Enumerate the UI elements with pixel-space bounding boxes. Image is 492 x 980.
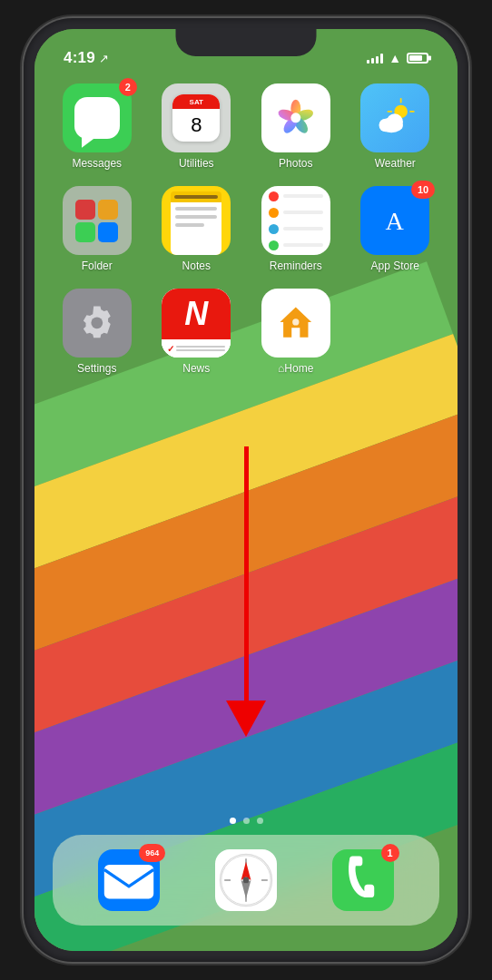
messages-badge: 2 (119, 78, 137, 96)
phone-icon[interactable]: 1 (332, 849, 394, 911)
utilities-icon[interactable]: SAT 8 (162, 83, 231, 152)
dot-2 (243, 818, 250, 824)
arrow-head (226, 701, 266, 737)
photos-svg (275, 97, 317, 139)
home-icon[interactable] (261, 289, 330, 358)
rem-dot-3 (269, 224, 279, 234)
rem-line-1 (283, 194, 323, 198)
settings-svg (76, 302, 118, 344)
svg-point-13 (387, 113, 403, 130)
svg-point-15 (91, 318, 103, 329)
app-utilities[interactable]: SAT 8 Utilities (151, 83, 243, 170)
phone-badge: 1 (381, 844, 399, 862)
app-reminders[interactable]: Reminders (250, 186, 342, 272)
battery-fill (409, 55, 422, 61)
reminders-icon[interactable] (261, 186, 330, 255)
dot-3 (257, 818, 263, 824)
appstore-svg: A (374, 200, 416, 241)
signal-bar-3 (376, 56, 379, 64)
photos-icon[interactable] (261, 83, 330, 152)
news-letter: N (184, 295, 208, 333)
safari-svg (215, 849, 277, 911)
folder-grid (70, 194, 123, 248)
app-folder[interactable]: Folder (51, 186, 143, 272)
safari-icon[interactable] (215, 849, 277, 911)
notes-top-line (174, 195, 218, 199)
home-label: ⌂Home (278, 362, 313, 375)
svg-point-5 (290, 113, 300, 123)
status-icons: ▲ (367, 51, 428, 65)
messages-label: Messages (72, 157, 122, 170)
app-news[interactable]: N ✓ News (151, 289, 243, 375)
folder-label: Folder (82, 260, 113, 272)
rem-line-4 (283, 243, 323, 247)
reminders-list (269, 191, 323, 250)
notes-line-3 (175, 223, 204, 227)
settings-icon[interactable] (63, 289, 132, 358)
mail-badge: 964 (139, 844, 165, 862)
svg-point-16 (292, 318, 299, 325)
news-top: N (162, 289, 231, 339)
svg-rect-17 (104, 865, 153, 898)
folder-app-2 (98, 200, 118, 220)
svg-point-26 (243, 877, 250, 884)
dock-safari[interactable] (215, 849, 277, 911)
screen: 4:19 ↗ ▲ 2 (34, 29, 458, 951)
signal-bar-4 (380, 54, 383, 64)
weather-svg (374, 97, 416, 139)
location-arrow-icon: ↗ (99, 52, 109, 65)
arrow-line (244, 446, 249, 701)
rem-row-4 (269, 240, 323, 250)
cal-header: SAT (172, 94, 220, 109)
cal-month: SAT (190, 98, 203, 106)
battery-icon (407, 53, 428, 64)
page-dots (34, 818, 458, 824)
rem-row-2 (269, 208, 323, 218)
app-photos[interactable]: Photos (250, 83, 342, 170)
dock-mail[interactable]: 964 (98, 849, 160, 911)
photos-label: Photos (279, 157, 312, 170)
weather-icon[interactable] (360, 83, 429, 152)
dock: 964 (53, 835, 439, 926)
news-lines (176, 346, 225, 351)
news-line-2 (176, 349, 225, 351)
news-icon[interactable]: N ✓ (162, 289, 231, 358)
settings-label: Settings (77, 362, 116, 375)
appstore-label: App Store (371, 260, 419, 272)
notes-icon[interactable] (162, 186, 231, 255)
notes-body (171, 202, 221, 255)
rem-dot-1 (269, 191, 279, 201)
folder-app-1 (75, 200, 95, 220)
app-messages[interactable]: 2 Messages (51, 83, 143, 170)
appstore-icon[interactable]: A 10 (360, 186, 429, 255)
app-appstore[interactable]: A 10 App Store (349, 186, 442, 272)
folder-icon[interactable] (63, 186, 132, 255)
svg-text:A: A (386, 207, 405, 235)
signal-bar-1 (367, 60, 369, 64)
app-settings[interactable]: Settings (51, 289, 143, 375)
rem-line-2 (283, 211, 323, 214)
app-weather[interactable]: Weather (349, 83, 442, 170)
app-notes[interactable]: Notes (151, 186, 243, 272)
status-time: 4:19 (64, 49, 95, 67)
notes-label: Notes (182, 260, 211, 272)
arrow-container (226, 446, 266, 737)
app-home[interactable]: ⌂Home (250, 289, 342, 375)
app-grid: 2 Messages SAT 8 Utilities (34, 74, 458, 375)
cal-body: 8 (172, 109, 220, 142)
calendar-mini: SAT 8 (172, 94, 220, 142)
notch (176, 29, 317, 56)
signal-bars (367, 53, 383, 64)
news-label: News (182, 362, 210, 375)
notes-top (171, 191, 221, 202)
folder-app-3 (75, 222, 95, 242)
mail-icon[interactable]: 964 (98, 849, 160, 911)
messages-icon[interactable]: 2 (63, 83, 132, 152)
signal-bar-2 (371, 58, 374, 64)
dock-phone[interactable]: 1 (332, 849, 394, 911)
utilities-label: Utilities (179, 157, 214, 170)
appstore-badge: 10 (411, 181, 435, 199)
rem-dot-2 (269, 208, 279, 218)
news-bottom: ✓ (162, 339, 231, 358)
home-svg (275, 302, 317, 344)
